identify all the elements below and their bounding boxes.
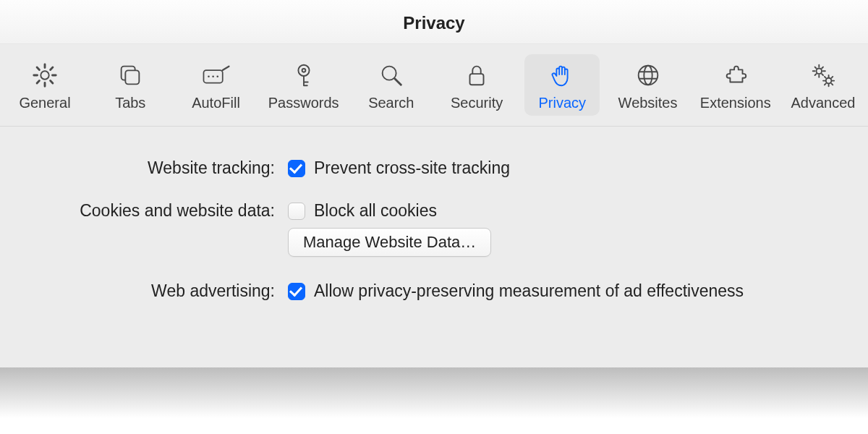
autofill-icon xyxy=(201,60,231,90)
svg-point-10 xyxy=(638,66,658,85)
preferences-window: Privacy General Tabs AutoFill Password xyxy=(0,0,868,434)
row-website-tracking: Website tracking: Prevent cross-site tra… xyxy=(29,158,839,185)
tab-label: Websites xyxy=(618,95,678,111)
tab-privacy[interactable]: Privacy xyxy=(524,54,600,116)
titlebar: Privacy xyxy=(0,0,868,44)
tabs-icon xyxy=(115,60,145,90)
tab-passwords[interactable]: Passwords xyxy=(264,54,344,116)
svg-rect-1 xyxy=(126,70,140,84)
gears-icon xyxy=(808,60,838,90)
label-web-advertising: Web advertising: xyxy=(29,281,288,301)
tab-label: Security xyxy=(451,95,503,111)
row-cookies: Cookies and website data: Block all cook… xyxy=(29,201,839,257)
svg-point-11 xyxy=(644,66,652,85)
tab-security[interactable]: Security xyxy=(439,54,514,116)
globe-icon xyxy=(633,60,663,90)
checkbox-label: Allow privacy-preserving measurement of … xyxy=(314,281,744,301)
tab-tabs[interactable]: Tabs xyxy=(93,54,168,116)
tab-advanced[interactable]: Advanced xyxy=(786,54,861,116)
svg-point-13 xyxy=(826,78,832,84)
privacy-pane: Website tracking: Prevent cross-site tra… xyxy=(0,127,868,367)
checkbox-ad-measurement[interactable]: Allow privacy-preserving measurement of … xyxy=(288,281,744,301)
window-shadow xyxy=(0,367,868,418)
checkbox-prevent-cross-site[interactable]: Prevent cross-site tracking xyxy=(288,158,510,178)
hand-icon xyxy=(547,60,577,90)
checkbox-block-cookies[interactable]: Block all cookies xyxy=(288,201,437,221)
gear-icon xyxy=(30,60,60,90)
tab-websites[interactable]: Websites xyxy=(610,54,686,116)
checkbox-input[interactable] xyxy=(288,160,305,177)
tab-label: Tabs xyxy=(115,95,145,111)
tab-extensions[interactable]: Extensions xyxy=(696,54,775,116)
svg-point-3 xyxy=(208,75,210,77)
search-icon xyxy=(376,60,407,90)
svg-point-6 xyxy=(298,65,309,76)
tab-label: General xyxy=(19,95,70,111)
preferences-toolbar: General Tabs AutoFill Passwords Search xyxy=(0,44,868,127)
window-title: Privacy xyxy=(403,13,464,33)
tab-label: AutoFill xyxy=(192,95,240,111)
row-web-advertising: Web advertising: Allow privacy-preservin… xyxy=(29,281,839,308)
label-website-tracking: Website tracking: xyxy=(29,158,288,178)
svg-point-7 xyxy=(302,69,305,72)
key-icon xyxy=(289,60,319,90)
checkbox-label: Prevent cross-site tracking xyxy=(314,158,510,178)
lock-icon xyxy=(461,60,492,90)
tab-label: Search xyxy=(368,95,414,111)
tab-label: Extensions xyxy=(700,95,771,111)
checkbox-input[interactable] xyxy=(288,283,305,300)
puzzle-icon xyxy=(720,60,751,90)
svg-point-12 xyxy=(816,69,822,75)
tab-label: Advanced xyxy=(791,95,855,111)
checkbox-label: Block all cookies xyxy=(314,201,437,221)
svg-point-4 xyxy=(212,75,214,77)
svg-point-5 xyxy=(216,75,218,77)
label-cookies: Cookies and website data: xyxy=(29,201,288,221)
tab-search[interactable]: Search xyxy=(354,54,429,116)
svg-rect-9 xyxy=(470,74,484,85)
tab-label: Privacy xyxy=(539,95,587,111)
svg-point-0 xyxy=(41,71,48,79)
tab-label: Passwords xyxy=(268,95,339,111)
manage-website-data-button[interactable]: Manage Website Data… xyxy=(288,228,491,257)
tab-autofill[interactable]: AutoFill xyxy=(179,54,254,116)
checkbox-input[interactable] xyxy=(288,203,305,220)
tab-general[interactable]: General xyxy=(7,54,82,116)
